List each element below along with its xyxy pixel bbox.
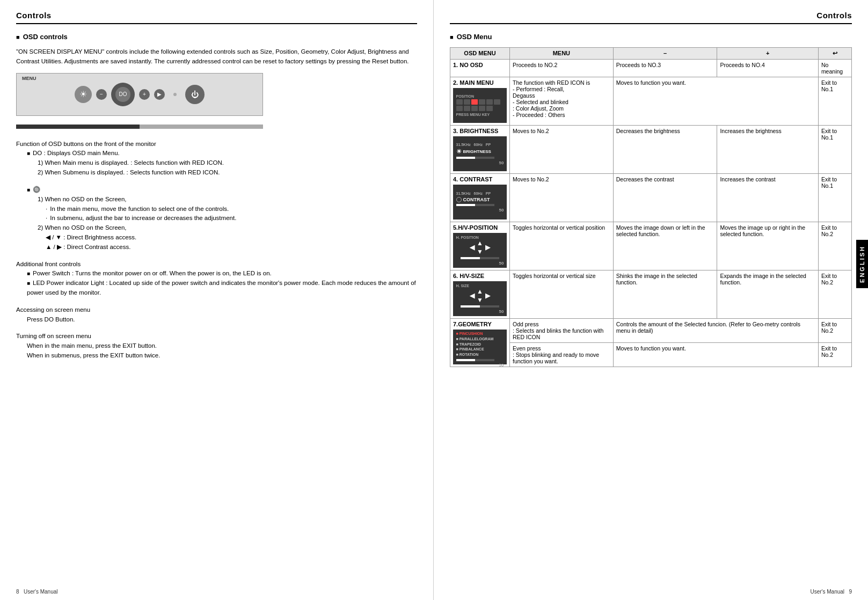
row2-label: 2. MAIN MENU POSITION [450, 77, 510, 126]
dot-separator [173, 93, 177, 96]
row1-minus: Proceeds to NO.3 [613, 60, 717, 77]
row7a-enter: Exit to No.2 [818, 319, 851, 343]
turning1: When in the main menu, press the EXIT bu… [16, 341, 417, 351]
row6-menu: Toggles horizontal or vertical size [510, 270, 614, 319]
row3-enter: Exit to No.1 [818, 126, 851, 174]
left-page-num: 8 [16, 589, 19, 595]
row6-minus: Shinks the image in the selected functio… [613, 270, 717, 319]
table-row: 6. H/V-SIZE H. SIZE ◀ ▲ ▼ ▶ [450, 270, 852, 319]
row6-enter: Exit to No.2 [818, 270, 851, 319]
row2-menu: The function with RED ICON is - Performe… [510, 77, 614, 126]
contrast-screen: 31.5KHz 60Hz PP CONTRAST 50 [453, 185, 507, 219]
table-row: 5.H/V-POSITION H. POSITION ◀ ▲ ▼ ▶ [450, 222, 852, 270]
function-section: Function of OSD buttons on the front of … [16, 140, 417, 361]
left-section-title: OSD controls [16, 33, 417, 41]
row1-plus: Proceeds to NO.4 [717, 60, 818, 77]
col-minus: – [613, 48, 717, 60]
table-row: 3. BRIGHTNESS 31.5KHz 60Hz PP ☀ BRIGHTNE… [450, 126, 852, 174]
do-2: 2) When Submenu is displayed. : Selects … [27, 168, 417, 178]
knob2b: ▲ / ▶ : Direct Contrast access. [27, 243, 417, 252]
knob-icon: 🔘 [27, 185, 417, 195]
row3-minus: Decreases the brightness [613, 126, 717, 174]
hv-position-screen: H. POSITION ◀ ▲ ▼ ▶ [453, 233, 507, 268]
row3-menu: Moves to No.2 [510, 126, 614, 174]
plus-icon: + [139, 89, 150, 100]
row4-minus: Decreases the contrast [613, 174, 717, 222]
row6-label: 6. H/V-SIZE H. SIZE ◀ ▲ ▼ ▶ [450, 270, 510, 319]
row5-label: 5.H/V-POSITION H. POSITION ◀ ▲ ▼ ▶ [450, 222, 510, 270]
row7-label: 7.GEOMETRY GEOMETRY ■ PINCUSHION ■ PARAL… [450, 319, 510, 367]
knob1b: In submenu, adjust the bar to increase o… [27, 214, 417, 223]
turning2: When in submenus, press the EXIT button … [16, 351, 417, 361]
left-page: Controls OSD controls "ON SCREEN DISPLAY… [0, 0, 434, 600]
intro-text: "ON SCREEN DISPLAY MENU" controls includ… [16, 47, 417, 67]
main-menu-screen: POSITION [453, 88, 507, 123]
col-osd-menu: OSD MENU [450, 48, 510, 60]
brightness-screen: 31.5KHz 60Hz PP ☀ BRIGHTNESS 50 [453, 136, 507, 171]
hv-size-screen: H. SIZE ◀ ▲ ▼ ▶ [453, 281, 507, 316]
row3-label: 3. BRIGHTNESS 31.5KHz 60Hz PP ☀ BRIGHTNE… [450, 126, 510, 174]
row4-menu: Moves to No.2 [510, 174, 614, 222]
power-text: Power Switch : Turns the monitor power o… [27, 269, 417, 279]
right-footer: User's Manual 9 [810, 589, 852, 595]
table-row: Even press : Stops blinking and ready to… [450, 343, 852, 367]
row4-plus: Increases the contrast [717, 174, 818, 222]
geometry-screen: GEOMETRY ■ PINCUSHION ■ PARALLELOGRAM ■ … [453, 330, 507, 364]
do-label: DO : Displays OSD main Menu. [27, 149, 417, 158]
turning-title: Turning off on screen menu [16, 332, 417, 341]
row5-menu: Toggles horizontal or vertical position [510, 222, 614, 270]
knob2a: ◀ / ▼ : Direct Brightness access. [27, 233, 417, 243]
left-footer-label: User's Manual [24, 589, 58, 595]
row2-enter: Exit to No.1 [818, 77, 851, 126]
row7a-minus: Controls the amount of the Selected func… [613, 319, 818, 343]
brightness-icon: ☀ [75, 86, 92, 103]
access-body: Press DO Button. [16, 315, 417, 325]
row5-plus: Moves the image up or right in the selec… [717, 222, 818, 270]
row6-plus: Expands the image in the selected functi… [717, 270, 818, 319]
row7b-minus: Moves to function you want. [613, 343, 818, 367]
knob1a: In the main menu, move the function to s… [27, 204, 417, 214]
row7a-menu: Odd press : Selects and blinks the funct… [510, 319, 614, 343]
right-section-title: OSD Menu [450, 33, 852, 41]
row1-enter: No meaning [818, 60, 851, 77]
english-tab: ENGLISH [856, 240, 868, 288]
table-row: 1. NO OSD Proceeds to NO.2 Proceeds to N… [450, 60, 852, 77]
osd-menu-table: OSD MENU MENU – + ↩ 1. NO OSD Proceeds t… [450, 47, 852, 367]
led-text: LED Power indicator Light : Located up s… [27, 279, 417, 298]
row1-label: 1. NO OSD [450, 60, 510, 77]
right-header: Controls [450, 11, 852, 24]
additional-title: Additional front controls [16, 260, 417, 269]
col-plus: + [717, 48, 818, 60]
row4-label: 4. CONTRAST 31.5KHz 60Hz PP CONTRAST [450, 174, 510, 222]
left-header: Controls [16, 11, 417, 24]
row2-minus-plus: Moves to function you want. [613, 77, 818, 126]
main-knob[interactable]: DO [111, 83, 135, 106]
function-title: Function of OSD buttons on the front of … [16, 140, 417, 149]
col-menu: MENU [510, 48, 614, 60]
slider-bar [16, 125, 263, 129]
osd-control-image: MENU ☀ − DO + ▶ ⏻ [16, 73, 263, 116]
do-1: 1) When Main menu is displayed. : Select… [27, 158, 417, 168]
row7b-enter: Exit to No.2 [818, 343, 851, 367]
row7b-menu: Even press : Stops blinking and ready to… [510, 343, 614, 367]
table-row: 4. CONTRAST 31.5KHz 60Hz PP CONTRAST [450, 174, 852, 222]
table-row: 7.GEOMETRY GEOMETRY ■ PINCUSHION ■ PARAL… [450, 319, 852, 343]
knob1: 1) When no OSD on the Screen, [27, 195, 417, 204]
row5-enter: Exit to No.2 [818, 222, 851, 270]
row5-minus: Moves the image down or left in the sele… [613, 222, 717, 270]
table-header-row: OSD MENU MENU – + ↩ [450, 48, 852, 60]
knob2: 2) When no OSD on the Screen, [27, 223, 417, 233]
left-footer: 8 User's Manual [16, 589, 58, 595]
table-row: 2. MAIN MENU POSITION [450, 77, 852, 126]
right-page-num: 9 [849, 589, 852, 595]
row3-plus: Increases the brightness [717, 126, 818, 174]
right-footer-label: User's Manual [810, 589, 844, 595]
col-enter: ↩ [818, 48, 851, 60]
row1-menu: Proceeds to NO.2 [510, 60, 614, 77]
minus-icon: − [96, 89, 107, 100]
right-page: Controls OSD Menu OSD MENU MENU – + ↩ 1.… [434, 0, 868, 600]
power-button[interactable]: ⏻ [185, 85, 205, 104]
row4-enter: Exit to No.1 [818, 174, 851, 222]
right-icon: ▶ [154, 89, 165, 100]
slider-fill [16, 125, 140, 129]
